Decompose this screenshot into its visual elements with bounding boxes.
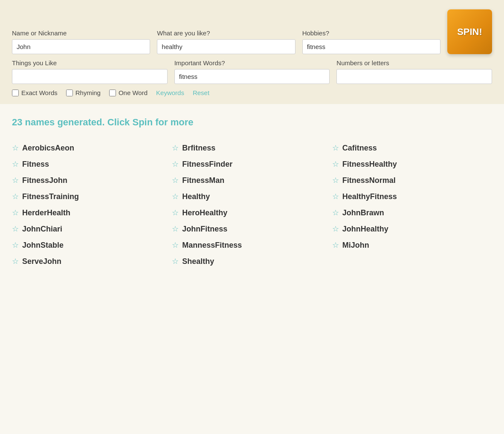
star-icon[interactable]: ☆ — [172, 257, 179, 266]
name-text: JohnChiari — [22, 225, 62, 234]
star-icon[interactable]: ☆ — [332, 240, 339, 250]
reset-button[interactable]: Reset — [193, 89, 209, 96]
name-text: ServeJohn — [22, 257, 61, 266]
star-icon[interactable]: ☆ — [12, 159, 19, 169]
name-text: JohnFitness — [182, 225, 227, 234]
name-text: FitnessJohn — [22, 176, 67, 185]
list-item: ☆FitnessHealthy — [332, 156, 492, 172]
whatlike-input[interactable] — [157, 39, 295, 54]
name-text: AerobicsAeon — [22, 144, 74, 153]
list-item: ☆JohnStable — [12, 237, 172, 253]
results-count: 23 names generated. Click Spin for more — [12, 117, 492, 128]
name-text: Brfitness — [182, 144, 215, 153]
name-text: Shealthy — [182, 257, 214, 266]
star-icon[interactable]: ☆ — [12, 224, 19, 234]
rhyming-checkbox[interactable] — [66, 90, 73, 96]
star-icon[interactable]: ☆ — [332, 159, 339, 169]
star-icon[interactable]: ☆ — [12, 257, 19, 266]
hobbies-group: Hobbies? — [302, 29, 440, 54]
name-text: Fitness — [22, 160, 49, 169]
name-text: JohnStable — [22, 241, 64, 250]
exactwords-group: Exact Words — [12, 89, 58, 96]
name-text: FitnessHealthy — [342, 160, 397, 169]
list-item: ☆FitnessFinder — [172, 156, 332, 172]
list-item: ☆JohnFitness — [172, 221, 332, 237]
list-item: ☆JohnHealthy — [332, 221, 492, 237]
list-item: ☆FitnessNormal — [332, 172, 492, 188]
importantwords-input[interactable] — [174, 69, 330, 84]
numbersletters-label: Numbers or letters — [336, 59, 492, 67]
options-row: Exact Words Rhyming One Word Keywords Re… — [12, 89, 492, 96]
list-item: ☆Healthy — [172, 188, 332, 205]
list-item: ☆Brfitness — [172, 140, 332, 156]
name-text: JohnBrawn — [342, 208, 384, 217]
whatlike-group: What are you like? — [157, 29, 295, 54]
thingslike-input[interactable] — [12, 69, 168, 84]
name-input[interactable] — [12, 39, 150, 54]
list-item: ☆JohnChiari — [12, 221, 172, 237]
oneword-label[interactable]: One Word — [119, 89, 148, 96]
star-icon[interactable]: ☆ — [12, 208, 19, 217]
name-text: JohnHealthy — [342, 225, 388, 234]
star-icon[interactable]: ☆ — [332, 192, 339, 201]
results-section: 23 names generated. Click Spin for more … — [0, 104, 504, 282]
star-icon[interactable]: ☆ — [172, 192, 179, 201]
hobbies-label: Hobbies? — [302, 29, 440, 37]
name-text: FitnessMan — [182, 176, 224, 185]
name-label: Name or Nickname — [12, 29, 150, 37]
star-icon[interactable]: ☆ — [172, 159, 179, 169]
spin-button[interactable]: SPIN! — [447, 9, 492, 54]
star-icon[interactable]: ☆ — [12, 192, 19, 201]
oneword-group: One Word — [109, 89, 148, 96]
form-section: Name or Nickname What are you like? Hobb… — [0, 0, 504, 104]
star-icon[interactable]: ☆ — [172, 176, 179, 185]
list-item: ☆ServeJohn — [12, 253, 172, 269]
list-item: ☆Shealthy — [172, 253, 332, 269]
list-item: ☆HealthyFitness — [332, 188, 492, 205]
thingslike-label: Things you Like — [12, 59, 168, 67]
name-text: MiJohn — [342, 241, 369, 250]
exactwords-checkbox[interactable] — [12, 90, 19, 96]
star-icon[interactable]: ☆ — [12, 240, 19, 250]
name-text: Healthy — [182, 192, 210, 201]
name-text: Cafitness — [342, 144, 377, 153]
star-icon[interactable]: ☆ — [332, 143, 339, 153]
exactwords-label[interactable]: Exact Words — [21, 89, 58, 96]
numbersletters-group: Numbers or letters — [336, 59, 492, 84]
star-icon[interactable]: ☆ — [332, 176, 339, 185]
whatlike-label: What are you like? — [157, 29, 295, 37]
numbersletters-input[interactable] — [336, 69, 492, 84]
name-text: HeroHealthy — [182, 208, 227, 217]
list-item: ☆FitnessMan — [172, 172, 332, 188]
list-item: ☆Fitness — [12, 156, 172, 172]
star-icon[interactable]: ☆ — [332, 208, 339, 217]
name-group: Name or Nickname — [12, 29, 150, 54]
importantwords-label: Important Words? — [174, 59, 330, 67]
name-text: FitnessFinder — [182, 160, 232, 169]
thingslike-group: Things you Like — [12, 59, 168, 84]
star-icon[interactable]: ☆ — [172, 208, 179, 217]
star-icon[interactable]: ☆ — [12, 176, 19, 185]
list-item: ☆FitnessTraining — [12, 188, 172, 205]
star-icon[interactable]: ☆ — [172, 240, 179, 250]
hobbies-input[interactable] — [302, 39, 440, 54]
star-icon[interactable]: ☆ — [332, 224, 339, 234]
list-item: ☆MannessFitness — [172, 237, 332, 253]
oneword-checkbox[interactable] — [109, 90, 116, 96]
star-icon[interactable]: ☆ — [172, 224, 179, 234]
name-text: MannessFitness — [182, 241, 242, 250]
list-item: ☆Cafitness — [332, 140, 492, 156]
rhyming-group: Rhyming — [66, 89, 101, 96]
form-row-2: Things you Like Important Words? Numbers… — [12, 59, 492, 84]
star-icon[interactable]: ☆ — [12, 143, 19, 153]
name-text: FitnessTraining — [22, 192, 79, 201]
form-row-1: Name or Nickname What are you like? Hobb… — [12, 9, 492, 54]
list-item: ☆JohnBrawn — [332, 205, 492, 221]
star-icon[interactable]: ☆ — [172, 143, 179, 153]
keywords-button[interactable]: Keywords — [156, 89, 184, 96]
rhyming-label[interactable]: Rhyming — [75, 89, 101, 96]
list-item: ☆HeroHealthy — [172, 205, 332, 221]
name-text: HerderHealth — [22, 208, 70, 217]
names-grid: ☆AerobicsAeon☆Brfitness☆Cafitness☆Fitnes… — [12, 140, 492, 269]
name-text: FitnessNormal — [342, 176, 396, 185]
